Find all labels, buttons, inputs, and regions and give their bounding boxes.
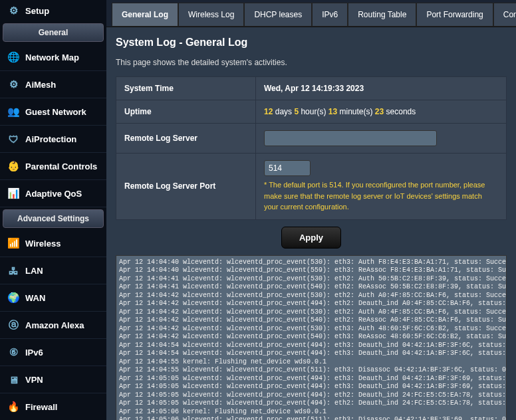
sidebar-item-label: AiProtection (25, 134, 76, 144)
log-textarea[interactable]: Apr 12 14:04:40 wlceventd: wlceventd_pro… (116, 255, 507, 421)
remote-port-warning: * The default port is 514. If you reconf… (264, 179, 498, 213)
sidebar-item-wireless[interactable]: 📶Wireless (0, 230, 106, 257)
wireless-icon: 📶 (7, 237, 20, 250)
sidebar-item-label: LAN (25, 266, 43, 276)
main-panel: General LogWireless LogDHCP leasesIPv6Ro… (106, 0, 516, 420)
sidebar-item-label: WAN (25, 293, 45, 303)
vpn-icon: 🖥 (7, 373, 20, 386)
sidebar-item-label: Guest Network (25, 107, 86, 117)
sidebar-item-label: Firewall (25, 402, 57, 412)
firewall-icon: 🔥 (7, 400, 20, 413)
sidebar-section-advanced: Advanced Settings (3, 209, 104, 228)
sidebar-item-label: IPv6 (25, 348, 43, 358)
guest-network-icon: 👥 (7, 105, 20, 118)
remote-log-label: Remote Log Server (116, 124, 256, 154)
sidebar-item-label: Parental Controls (25, 161, 97, 171)
tab-connections[interactable]: Connections (493, 3, 516, 27)
lan-icon: 🖧 (7, 264, 20, 277)
sidebar-item-label: AiMesh (25, 80, 56, 90)
apply-button[interactable]: Apply (281, 227, 341, 249)
adaptive-qos-icon: 📊 (7, 187, 20, 200)
sidebar-item-guest-network[interactable]: 👥Guest Network (0, 98, 106, 126)
aimesh-icon: ⚙ (7, 78, 20, 91)
remote-log-port-input[interactable] (264, 160, 311, 176)
sidebar-item-vpn[interactable]: 🖥VPN (0, 366, 106, 393)
content-area: System Log - General Log This page shows… (106, 27, 516, 420)
sidebar-item-label: Adaptive QoS (25, 189, 82, 199)
sidebar-item-ipv6[interactable]: ⑥IPv6 (0, 339, 106, 366)
settings-table: System Time Wed, Apr 12 14:19:33 2023 Up… (116, 76, 507, 220)
page-title: System Log - General Log (116, 37, 507, 49)
sidebar-item-adaptive-qos[interactable]: 📊Adaptive QoS (0, 180, 106, 207)
table-row: Remote Log Server (116, 124, 507, 154)
system-time-value: Wed, Apr 12 14:19:33 2023 (256, 77, 507, 100)
sidebar-item-parental-controls[interactable]: 👶Parental Controls (0, 153, 106, 180)
sidebar-item-amazon-alexa[interactable]: ⓐAmazon Alexa (0, 312, 106, 339)
wan-icon: 🌍 (7, 291, 20, 304)
tab-routing-table[interactable]: Routing Table (348, 3, 416, 27)
sidebar-item-truncated[interactable]: ⚙ Setup (0, 0, 106, 21)
sidebar-item-label: Setup (25, 6, 49, 16)
sidebar-item-network-map[interactable]: 🌐Network Map (0, 44, 106, 71)
tab-general-log[interactable]: General Log (112, 3, 178, 27)
aiprotection-icon: 🛡 (7, 132, 20, 146)
sidebar-section-general: General (3, 23, 104, 42)
sidebar-item-label: Network Map (25, 52, 79, 62)
sidebar-item-lan[interactable]: 🖧LAN (0, 257, 106, 284)
sidebar: ⚙ Setup General 🌐Network Map⚙AiMesh👥Gues… (0, 0, 106, 420)
page-description: This page shows the detailed system's ac… (116, 58, 507, 67)
parental-controls-icon: 👶 (7, 159, 20, 173)
table-row: Uptime 12 days 5 hour(s) 13 minute(s) 23… (116, 100, 507, 124)
tab-port-forwarding[interactable]: Port Forwarding (416, 3, 493, 27)
tab-bar: General LogWireless LogDHCP leasesIPv6Ro… (106, 0, 516, 27)
table-row: System Time Wed, Apr 12 14:19:33 2023 (116, 77, 507, 100)
remote-port-label: Remote Log Server Port (116, 154, 256, 220)
amazon-alexa-icon: ⓐ (7, 318, 20, 332)
sidebar-item-aimesh[interactable]: ⚙AiMesh (0, 71, 106, 98)
network-map-icon: 🌐 (7, 51, 20, 64)
table-row: Remote Log Server Port * The default por… (116, 154, 507, 220)
sidebar-item-label: Wireless (25, 239, 61, 249)
sidebar-item-label: VPN (25, 375, 43, 385)
sidebar-item-label: Amazon Alexa (25, 320, 84, 330)
sidebar-item-wan[interactable]: 🌍WAN (0, 284, 106, 312)
tab-ipv6[interactable]: IPv6 (312, 3, 348, 27)
remote-log-server-input[interactable] (264, 130, 437, 146)
uptime-value: 12 days 5 hour(s) 13 minute(s) 23 second… (256, 100, 507, 124)
setup-icon: ⚙ (7, 4, 20, 17)
ipv6-icon: ⑥ (7, 346, 20, 359)
system-time-label: System Time (116, 77, 256, 100)
sidebar-item-firewall[interactable]: 🔥Firewall (0, 393, 106, 420)
tab-wireless-log[interactable]: Wireless Log (178, 3, 244, 27)
sidebar-item-aiprotection[interactable]: 🛡AiProtection (0, 126, 106, 153)
uptime-label: Uptime (116, 100, 256, 124)
tab-dhcp-leases[interactable]: DHCP leases (244, 3, 312, 27)
